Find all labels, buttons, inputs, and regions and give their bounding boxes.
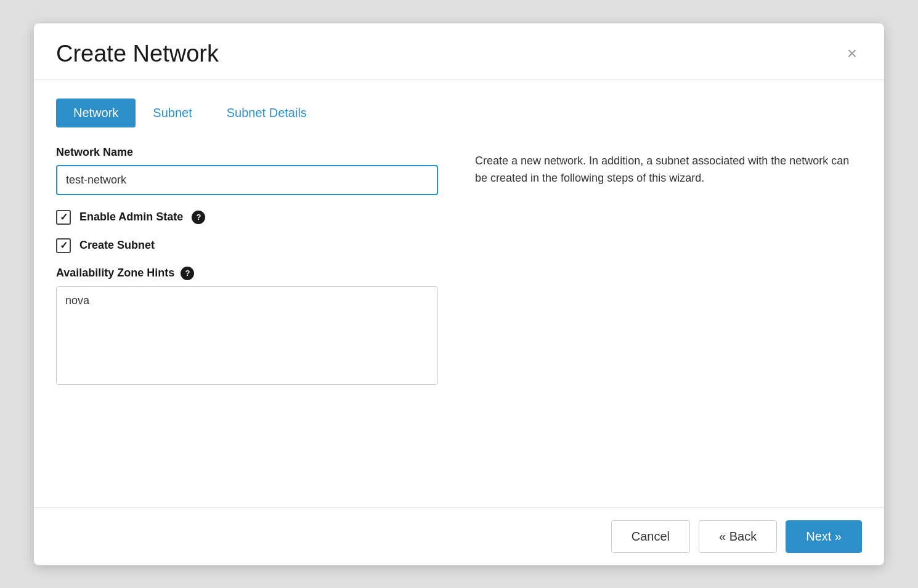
- tab-bar: Network Subnet Subnet Details: [56, 99, 862, 127]
- dialog-header: Create Network ×: [34, 23, 884, 80]
- create-subnet-row: Create Subnet: [56, 238, 438, 253]
- enable-admin-state-label: Enable Admin State: [79, 211, 183, 224]
- availability-zone-field-group: Availability Zone Hints ? nova: [56, 267, 438, 387]
- network-name-input[interactable]: [56, 165, 438, 195]
- close-button[interactable]: ×: [842, 42, 862, 65]
- form-section: Network Name Enable Admin State ? Create…: [56, 146, 438, 489]
- create-network-dialog: Create Network × Network Subnet Subnet D…: [34, 23, 884, 565]
- create-subnet-label: Create Subnet: [79, 239, 155, 252]
- cancel-button[interactable]: Cancel: [611, 520, 690, 553]
- next-button[interactable]: Next »: [786, 520, 862, 553]
- dialog-body: Network Subnet Subnet Details Network Na…: [34, 80, 884, 507]
- dialog-title: Create Network: [56, 41, 219, 67]
- network-name-field-group: Network Name: [56, 146, 438, 195]
- enable-admin-state-checkbox[interactable]: [56, 210, 71, 225]
- availability-zone-help-icon[interactable]: ?: [181, 267, 194, 280]
- create-subnet-checkbox[interactable]: [56, 238, 71, 253]
- tab-network[interactable]: Network: [56, 99, 136, 127]
- network-name-label: Network Name: [56, 146, 438, 159]
- back-button[interactable]: « Back: [699, 520, 777, 553]
- content-area: Network Name Enable Admin State ? Create…: [56, 146, 862, 489]
- dialog-footer: Cancel « Back Next »: [34, 507, 884, 565]
- availability-zone-textarea[interactable]: nova: [56, 286, 438, 385]
- enable-admin-state-help-icon[interactable]: ?: [192, 211, 205, 224]
- tab-subnet[interactable]: Subnet: [136, 99, 209, 127]
- info-section: Create a new network. In addition, a sub…: [475, 146, 862, 489]
- info-text: Create a new network. In addition, a sub…: [475, 152, 862, 188]
- availability-zone-label-row: Availability Zone Hints ?: [56, 267, 438, 280]
- tab-subnet-details[interactable]: Subnet Details: [209, 99, 324, 127]
- availability-zone-label: Availability Zone Hints: [56, 267, 174, 280]
- enable-admin-state-row: Enable Admin State ?: [56, 210, 438, 225]
